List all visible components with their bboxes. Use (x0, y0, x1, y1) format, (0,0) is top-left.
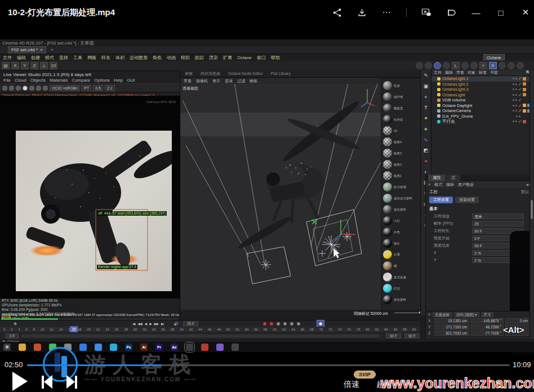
enabled-mark[interactable]: ✓ (518, 77, 522, 81)
visibility-dot-render[interactable] (515, 99, 517, 101)
object-row[interactable]: OctaneLight.2 ✓ (431, 82, 534, 87)
text-tool-icon[interactable]: T (422, 104, 430, 111)
record-button[interactable] (296, 322, 301, 326)
ocio-dropdown[interactable]: OCIO »sRGB« (50, 85, 80, 91)
visibility-dot-editor[interactable] (513, 88, 514, 90)
viewport-scale-slider[interactable] (394, 313, 421, 313)
tab-layers[interactable]: 层 (447, 175, 460, 181)
light-tool-icon[interactable]: ✦ (422, 114, 430, 122)
visibility-dot-editor[interactable] (513, 78, 514, 79)
attribute-value-field[interactable]: 25 (472, 221, 524, 226)
viewport-menu-item[interactable]: 选项 (225, 78, 233, 84)
viewport[interactable]: 查看摄像机显示选项过滤面板 透视视图 (180, 78, 381, 310)
record-button[interactable] (283, 322, 287, 326)
visibility-dot-render[interactable] (515, 105, 517, 106)
progress-bar[interactable] (27, 364, 510, 366)
taskbar-app-icon[interactable] (232, 344, 239, 351)
material-thumbnail[interactable] (383, 228, 392, 237)
rotation-field[interactable]: -77.7028 ° (471, 331, 504, 336)
attribute-chip[interactable]: 工程设置 (429, 197, 453, 203)
object-manager-menu-item[interactable]: 标签 (479, 70, 487, 75)
film-region-icon[interactable] (36, 86, 41, 91)
transport-button[interactable]: ▶▶ (154, 322, 158, 326)
c4d-menu-item[interactable]: 窗口 (257, 55, 266, 61)
material-thumbnail[interactable] (383, 149, 392, 158)
range-end-field[interactable]: 90 F (386, 333, 401, 338)
dock-tab[interactable]: 界面 (185, 71, 193, 77)
visibility-dot-render[interactable] (515, 88, 517, 90)
object-tag[interactable] (523, 109, 526, 113)
taskbar-app-icon[interactable] (201, 344, 208, 351)
range-start-field[interactable]: 0 F (6, 333, 19, 338)
coords-mode-dropdown[interactable]: 排列 [视图] ▾ (454, 312, 479, 317)
dock-tab[interactable]: 内容浏览器 (201, 71, 220, 77)
transport-button[interactable]: ◀ (145, 322, 147, 326)
object-manager-menu-item[interactable]: 对象 (468, 70, 475, 75)
object-tag[interactable] (523, 120, 526, 123)
attribute-value-field[interactable]: 厘米 (472, 213, 524, 219)
transport-button[interactable]: ▶| (161, 322, 163, 326)
exposure-field[interactable]: 0.5 (93, 85, 103, 91)
material-thumbnail[interactable] (383, 295, 392, 304)
gamma-field[interactable]: 2.2 (105, 85, 115, 91)
material-item[interactable]: 贴图1 (382, 170, 420, 181)
live-viewer-menu-item[interactable]: Help (114, 78, 123, 83)
taskbar-app-icon[interactable] (79, 344, 87, 351)
env-icon[interactable] (461, 62, 469, 69)
c4d-menu-item[interactable]: 跟踪 (195, 55, 204, 61)
material-item[interactable]: 外壳 (382, 226, 420, 238)
more-icon[interactable]: ⋯ (381, 7, 391, 17)
material-thumbnail[interactable] (383, 182, 392, 191)
viewport-menu-item[interactable]: 过滤 (237, 78, 245, 84)
record-button[interactable] (290, 322, 294, 326)
c4d-menu-item[interactable]: 工具 (73, 55, 82, 61)
material-item[interactable]: 灯罩 (382, 249, 420, 260)
object-row[interactable]: OctaneCamera ✗ (431, 108, 534, 114)
stop-render-icon[interactable] (16, 86, 21, 91)
keyframe-nav-icon[interactable]: ◈ (14, 321, 17, 326)
share-icon[interactable] (332, 7, 342, 17)
attribute-chip[interactable]: 渲染设置 (455, 197, 479, 203)
download-icon[interactable] (357, 7, 367, 17)
current-frame-field[interactable]: 15 F (183, 321, 198, 326)
range-slider[interactable] (22, 335, 379, 337)
visibility-dot-render[interactable] (515, 94, 517, 96)
material-item[interactable]: 螺旋桨 (382, 103, 420, 114)
attribute-preset-label[interactable]: 默认 (521, 189, 529, 195)
c4d-menu-item[interactable]: 文件 (3, 55, 12, 61)
object-row[interactable]: Octane Daylight ✓ (431, 103, 534, 109)
material-item[interactable]: 1K (382, 125, 420, 136)
c4d-menu-item[interactable]: 体积 (115, 55, 124, 61)
cast-icon[interactable] (446, 7, 456, 17)
material-thumbnail[interactable] (383, 126, 392, 135)
transport-button[interactable]: ▶ (149, 322, 152, 326)
c4d-menu-item[interactable]: 运动图形 (130, 55, 148, 61)
live-viewer-menu-item[interactable]: File (3, 78, 11, 83)
previous-video-button[interactable] (42, 375, 52, 389)
pen-tool-icon[interactable]: ✎ (422, 72, 430, 79)
lock-icon[interactable] (23, 86, 28, 91)
attribute-menu-item[interactable]: 用户数据 (458, 182, 474, 188)
object-row[interactable]: DJI_FPV_Drone (431, 114, 534, 119)
visibility-dot-render[interactable] (515, 121, 517, 122)
taskbar-app-icon[interactable] (110, 344, 117, 351)
object-tag[interactable] (523, 114, 526, 118)
material-item[interactable]: 灯光 (382, 283, 420, 294)
live-viewer-menu-item[interactable]: Options (94, 78, 110, 83)
viewport-menu-item[interactable]: 显示 (212, 78, 220, 84)
visibility-dot-render[interactable] (515, 83, 517, 85)
position-field[interactable]: 171.7162 cm (434, 324, 469, 329)
visibility-dot-editor[interactable] (513, 110, 514, 112)
snap-icon[interactable]: 10 (50, 62, 57, 69)
viewport-menu-item[interactable]: 查看 (184, 78, 192, 84)
rotation-field[interactable]: -145.8875 ° (471, 318, 504, 323)
taskbar-app-icon[interactable] (186, 344, 193, 351)
region-icon[interactable] (29, 86, 34, 91)
material-thumbnail[interactable] (383, 239, 392, 248)
material-item[interactable]: 机身 (382, 80, 420, 91)
grid-icon[interactable]: ⌗ (479, 62, 487, 69)
axis-lock-button[interactable]: X (11, 62, 19, 69)
material-item[interactable]: 反光金属 (382, 271, 420, 283)
dock-tab[interactable]: Plot Library (270, 72, 290, 75)
visibility-dot-editor[interactable] (516, 115, 518, 117)
